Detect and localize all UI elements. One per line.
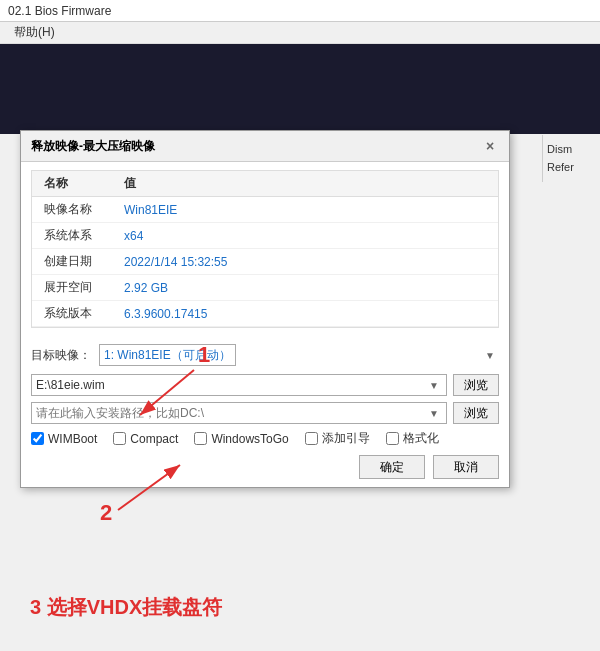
bottom-annotation-text: 3 选择VHDX挂载盘符	[30, 594, 222, 621]
format-label: 格式化	[403, 430, 439, 447]
dism-panel: Dism Refer	[542, 135, 600, 182]
row-label-date: 创建日期	[32, 249, 112, 275]
dialog-close-button[interactable]: ×	[481, 137, 499, 155]
windowstogo-checkbox-label[interactable]: WindowsToGo	[194, 432, 288, 446]
format-checkbox-label[interactable]: 格式化	[386, 430, 439, 447]
info-table-wrapper: 名称 值 映像名称 Win81EIE 系统体系 x64 创建日期 2022/1/…	[31, 170, 499, 328]
row-value-size: 2.92 GB	[112, 275, 498, 301]
format-checkbox[interactable]	[386, 432, 399, 445]
install-path-input[interactable]	[31, 402, 447, 424]
wimboot-checkbox[interactable]	[31, 432, 44, 445]
table-row: 映像名称 Win81EIE	[32, 197, 498, 223]
compact-label: Compact	[130, 432, 178, 446]
row-value-imagename: Win81EIE	[112, 197, 498, 223]
row-label-version: 系统版本	[32, 301, 112, 327]
wimboot-checkbox-label[interactable]: WIMBoot	[31, 432, 97, 446]
addboot-label: 添加引导	[322, 430, 370, 447]
browse-button-1[interactable]: 浏览	[453, 374, 499, 396]
chevron-down-icon: ▼	[485, 350, 495, 361]
menu-bar: 帮助(H)	[0, 22, 600, 44]
compact-checkbox[interactable]	[113, 432, 126, 445]
row-label-size: 展开空间	[32, 275, 112, 301]
dialog-release-image: 释放映像-最大压缩映像 × 名称 值 映像名称 Win81EIE 系统体系 x6…	[20, 130, 510, 488]
dialog-title-text: 释放映像-最大压缩映像	[31, 138, 155, 155]
row-value-version: 6.3.9600.17415	[112, 301, 498, 327]
target-label: 目标映像：	[31, 347, 91, 364]
col-header-name: 名称	[32, 171, 112, 197]
col-header-value: 值	[112, 171, 498, 197]
dialog-title-bar: 释放映像-最大压缩映像 ×	[21, 131, 509, 162]
title-bar: 02.1 Bios Firmware	[0, 0, 600, 22]
browse-button-2[interactable]: 浏览	[453, 402, 499, 424]
row-label-arch: 系统体系	[32, 223, 112, 249]
dialog-bottom: 目标映像： 1: Win81EIE（可启动） ▼ ▼ 浏览 ▼ 浏览 WIMBo	[21, 336, 509, 487]
wim-path-input[interactable]	[31, 374, 447, 396]
cancel-button[interactable]: 取消	[433, 455, 499, 479]
table-row: 系统体系 x64	[32, 223, 498, 249]
action-row: 确定 取消	[31, 455, 499, 479]
table-row: 系统版本 6.3.9600.17415	[32, 301, 498, 327]
target-select[interactable]: 1: Win81EIE（可启动）	[99, 344, 236, 366]
dism-line2: Refer	[547, 159, 596, 177]
addboot-checkbox-label[interactable]: 添加引导	[305, 430, 370, 447]
dism-line1: Dism	[547, 141, 596, 159]
target-select-wrapper: 1: Win81EIE（可启动） ▼	[99, 344, 499, 366]
path-input-row-2: ▼ 浏览	[31, 402, 499, 424]
checkbox-row: WIMBoot Compact WindowsToGo 添加引导 格式化	[31, 430, 499, 447]
compact-checkbox-label[interactable]: Compact	[113, 432, 178, 446]
table-row: 展开空间 2.92 GB	[32, 275, 498, 301]
info-table: 名称 值 映像名称 Win81EIE 系统体系 x64 创建日期 2022/1/…	[32, 171, 498, 327]
wimboot-label: WIMBoot	[48, 432, 97, 446]
title-text: 02.1 Bios Firmware	[8, 4, 111, 18]
annotation-label-2: 2	[100, 500, 112, 525]
row-value-date: 2022/1/14 15:32:55	[112, 249, 498, 275]
path-input-row-1: ▼ 浏览	[31, 374, 499, 396]
confirm-button[interactable]: 确定	[359, 455, 425, 479]
row-value-arch: x64	[112, 223, 498, 249]
windowstogo-checkbox[interactable]	[194, 432, 207, 445]
target-image-row: 目标映像： 1: Win81EIE（可启动） ▼	[31, 344, 499, 366]
windowstogo-label: WindowsToGo	[211, 432, 288, 446]
addboot-checkbox[interactable]	[305, 432, 318, 445]
dark-background	[0, 44, 600, 134]
table-row: 创建日期 2022/1/14 15:32:55	[32, 249, 498, 275]
menu-help[interactable]: 帮助(H)	[8, 22, 61, 43]
row-label-imagename: 映像名称	[32, 197, 112, 223]
table-header-row: 名称 值	[32, 171, 498, 197]
